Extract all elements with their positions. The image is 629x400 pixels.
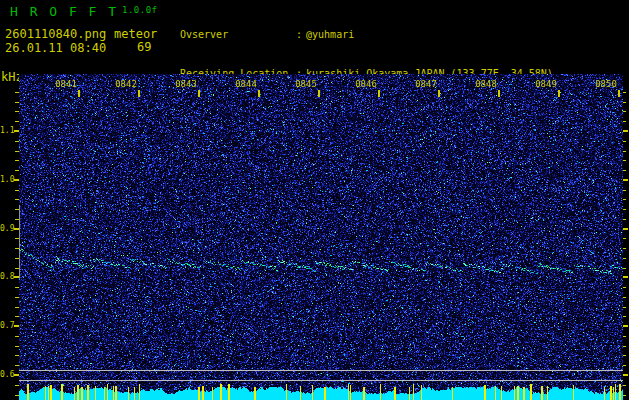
time-minute-tick (438, 90, 440, 97)
freq-tick-label: 0.8 (0, 272, 14, 281)
start-datetime: 26.01.11 08:40 (5, 41, 106, 55)
app-title: H R O F F T (10, 4, 118, 19)
time-tick-label: 0846 (355, 79, 377, 89)
time-tick-label: 0844 (235, 79, 257, 89)
output-filename: 2601110840.png (5, 27, 106, 41)
band-label: meteor (114, 27, 157, 41)
time-tick-label: 0849 (535, 79, 557, 89)
time-tick-label: 0848 (475, 79, 497, 89)
time-minute-tick (618, 90, 620, 97)
time-tick-label: 0842 (115, 79, 137, 89)
freq-tick-label: 0.6 (0, 370, 14, 379)
time-tick-label: 0845 (295, 79, 317, 89)
info-separator: : (296, 29, 302, 40)
time-minute-tick (258, 90, 260, 97)
time-tick-label: 0843 (175, 79, 197, 89)
app-version: 1.0.0f (122, 5, 158, 15)
spectrogram-canvas (19, 74, 623, 400)
freq-tick-label: 0.9 (0, 224, 14, 233)
freq-tick-label: 0.7 (0, 321, 14, 330)
time-tick-label: 0850 (595, 79, 617, 89)
time-minute-tick (318, 90, 320, 97)
freq-tick-label: 1.0 (0, 175, 14, 184)
meteor-count: 69 (137, 40, 151, 54)
hrofft-window: H R O F F T 1.0.0f 2601110840.png 26.01.… (0, 0, 629, 400)
freq-tick-label: 1.1 (0, 126, 14, 135)
time-tick-label: 0847 (415, 79, 437, 89)
time-minute-tick (78, 90, 80, 97)
time-minute-tick (138, 90, 140, 97)
info-value: @yuhmari (306, 29, 354, 40)
time-minute-tick (198, 90, 200, 97)
time-minute-tick (558, 90, 560, 97)
time-minute-tick (378, 90, 380, 97)
time-minute-tick (498, 90, 500, 97)
info-line-observer: Ovserver:@yuhmari (180, 28, 553, 41)
info-label: Ovserver (180, 28, 296, 41)
time-tick-label: 0841 (55, 79, 77, 89)
